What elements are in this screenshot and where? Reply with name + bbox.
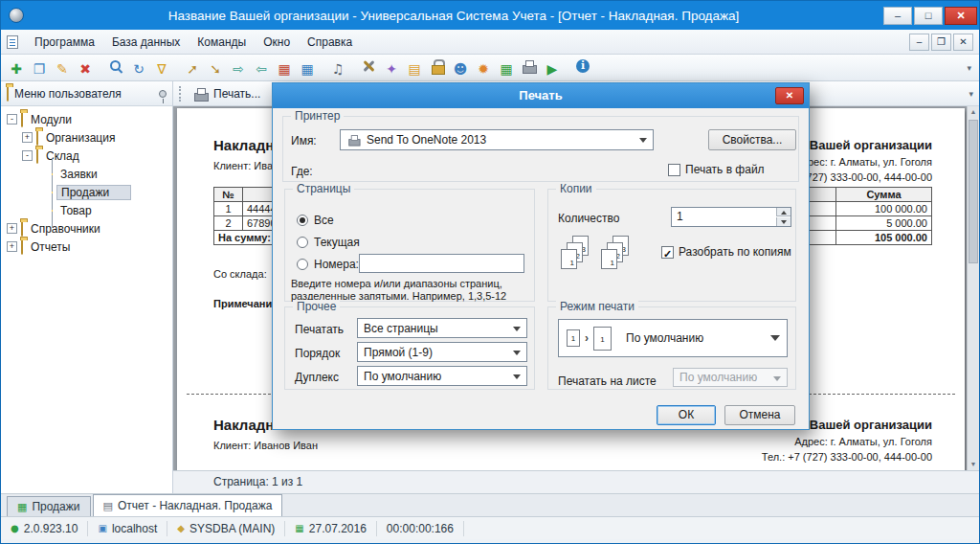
tree-item-organizaciya[interactable]: +Организация (1, 128, 172, 147)
dialog-close-button[interactable]: ✕ (775, 87, 804, 104)
folder-icon (36, 148, 38, 164)
permissions-icon[interactable]: ✹ (472, 57, 495, 80)
tab-report-nakladnaya[interactable]: ▤ Отчет - Накладная. Продажа (93, 494, 283, 516)
toolbar-grip[interactable] (179, 86, 182, 102)
import-document-icon[interactable]: ➘ (204, 57, 227, 80)
lock-icon[interactable] (426, 55, 449, 78)
wizard-icon[interactable]: ✦ (380, 57, 403, 80)
pin-icon[interactable] (159, 90, 167, 98)
mdi-restore-button[interactable]: ❐ (931, 34, 951, 51)
radio-circle (297, 259, 308, 270)
close-button[interactable]: ✕ (945, 7, 977, 25)
scroll-down-icon[interactable]: ▼ (968, 459, 979, 470)
calendar-icon[interactable]: ▦ (273, 57, 296, 80)
scroll-up-icon[interactable]: ▲ (968, 106, 979, 118)
spin-up-icon[interactable] (776, 208, 791, 216)
tools-icon[interactable] (357, 55, 380, 78)
cancel-button[interactable]: Отмена (724, 405, 795, 425)
print-mode-group: Режим печати 1 › 1 По умолчанию Печатать… (547, 306, 796, 390)
print-to-file-checkbox[interactable]: Печать в файл (668, 163, 765, 176)
ok-button[interactable]: ОК (657, 405, 716, 425)
mdi-close-button[interactable]: ✕ (953, 34, 973, 51)
pages-current-radio[interactable]: Текущая (297, 236, 360, 249)
refresh-icon[interactable]: ↻ (127, 57, 150, 80)
no-expander (37, 169, 48, 179)
sidebar: Меню пользователя -Модули+Организация-Ск… (1, 81, 173, 493)
menu-database[interactable]: База данных (103, 33, 189, 52)
window-title: Название Вашей организации - Универсальн… (24, 9, 883, 23)
lock-icon (430, 58, 445, 74)
report-icon: ▤ (103, 500, 113, 512)
no-expander (37, 205, 48, 215)
pages-all-radio[interactable]: Все (297, 214, 334, 227)
document-back-icon[interactable]: ⇦ (250, 57, 273, 80)
document-forward-icon[interactable]: ⇨ (227, 57, 250, 80)
maximize-button[interactable]: □ (914, 7, 943, 25)
duplex-combobox[interactable]: По умолчанию (357, 366, 527, 386)
vertical-scrollbar[interactable]: ▲ ▼ (967, 106, 979, 470)
search-icon[interactable] (104, 55, 127, 78)
properties-button[interactable]: Свойства... (708, 129, 796, 150)
tree-item-sklad[interactable]: -Склад (1, 147, 172, 165)
menu-window[interactable]: Окно (255, 33, 299, 52)
tree-item-prodazhi[interactable]: Продажи (1, 183, 172, 201)
print-button-label: Печать... (213, 87, 260, 101)
col-number: № (214, 188, 243, 202)
filter-icon[interactable]: ∇ (150, 57, 173, 80)
tree-item-spravochniki[interactable]: +Справочники (1, 219, 172, 238)
spin-down-icon[interactable] (776, 217, 791, 226)
expand-icon[interactable]: + (7, 223, 17, 234)
print-what-combobox[interactable]: Все страницы (357, 318, 527, 338)
tree-item-moduli[interactable]: -Модули (1, 110, 172, 128)
scrollbar-thumb[interactable] (969, 120, 978, 263)
print-button[interactable]: Печать... (188, 84, 266, 103)
folder-icon (36, 130, 38, 146)
toolbar-overflow-icon[interactable]: ▾ (963, 63, 975, 73)
app-logo-icon (9, 8, 24, 23)
expand-icon[interactable]: + (22, 132, 33, 143)
expand-icon[interactable]: + (7, 241, 17, 252)
table-icon[interactable]: ▦ (495, 57, 518, 80)
print-mode-combobox[interactable]: 1 › 1 По умолчанию (558, 319, 788, 357)
checkbox-box (668, 164, 680, 176)
users-icon[interactable]: ☻ (449, 57, 472, 80)
tree-item-zayavki[interactable]: Заявки (1, 165, 172, 183)
minimize-button[interactable]: – (883, 7, 912, 25)
calendar-add-icon[interactable]: ▦ (296, 57, 319, 80)
form-designer-icon[interactable]: ▤ (403, 57, 426, 80)
delete-record-icon[interactable]: ✖ (74, 57, 97, 80)
collate-checkbox[interactable]: Разобрать по копиям (661, 245, 791, 259)
page-numbers-input[interactable] (359, 254, 524, 273)
org-address: Адрес: г. Алматы, ул. Гоголя (747, 435, 932, 450)
menu-program[interactable]: Программа (26, 33, 103, 52)
pages-numbers-radio[interactable]: Номера: (297, 258, 359, 271)
tree-item-tovar[interactable]: Товар (1, 201, 172, 219)
sound-icon[interactable]: ♫ (326, 57, 349, 80)
edit-record-icon[interactable]: ✎ (51, 57, 74, 80)
mdi-minimize-button[interactable]: – (909, 34, 929, 51)
menu-help[interactable]: Справка (299, 33, 361, 52)
copies-count-spinner[interactable]: 1 (671, 207, 791, 227)
status-timer: 00:00:00:166 (377, 521, 464, 536)
document-icon (7, 35, 18, 49)
menu-commands[interactable]: Команды (189, 33, 255, 52)
tree-item-label: Заявки (56, 167, 101, 182)
print-icon[interactable] (518, 55, 541, 78)
collapse-icon[interactable]: - (7, 114, 17, 125)
preview-toolbar-overflow-icon[interactable]: ▾ (969, 89, 973, 99)
collapse-icon[interactable]: - (22, 150, 33, 161)
folder-icon (21, 221, 23, 237)
tree-item-otchety[interactable]: +Отчеты (1, 238, 172, 256)
collate-stack: 3 2 1 (561, 236, 599, 289)
info-icon[interactable] (571, 55, 594, 78)
copy-record-icon[interactable]: ❐ (28, 57, 51, 80)
page-icon: 1 (593, 327, 612, 351)
printer-name-combobox[interactable]: Send To OneNote 2013 (340, 129, 654, 150)
add-record-icon[interactable]: ✚ (5, 57, 28, 80)
pages-group: Страницы Все Текущая Номера: Введите ном… (284, 189, 535, 302)
tab-prodazhi[interactable]: ▦ Продажи (7, 496, 91, 516)
order-combobox[interactable]: Прямой (1-9) (357, 342, 527, 362)
radio-label: Все (314, 214, 334, 227)
export-document-icon[interactable]: ➚ (181, 57, 204, 80)
run-icon[interactable]: ▶ (541, 57, 564, 80)
